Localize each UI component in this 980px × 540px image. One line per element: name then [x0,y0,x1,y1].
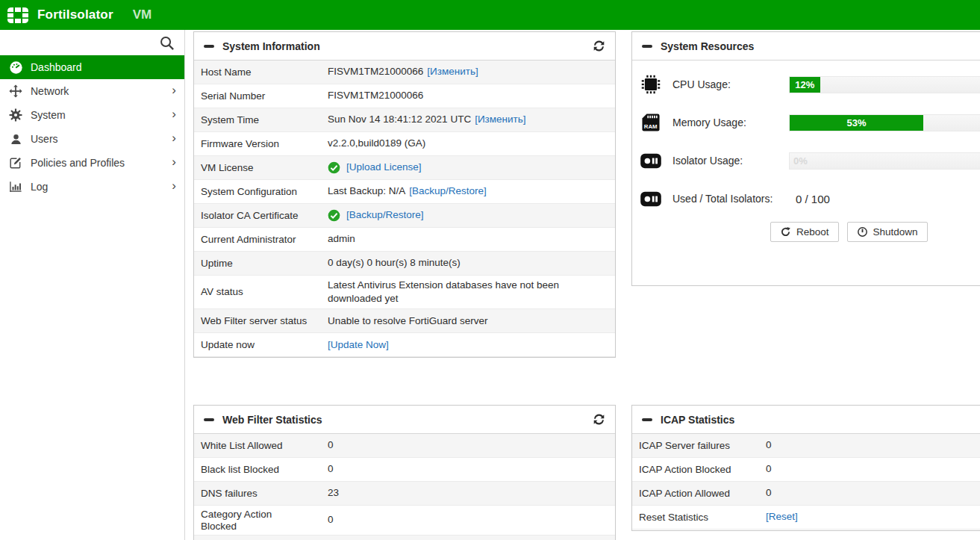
shutdown-button[interactable]: Shutdown [847,222,928,242]
table-row-clipped [194,536,615,540]
sidebar-item-label: Log [31,181,48,193]
row-value: 23 [328,486,339,500]
sidebar-item-label: Network [31,85,69,97]
sidebar-item-label: System [31,109,66,121]
refresh-icon[interactable] [593,40,605,52]
row-dns-failures: DNS failures 23 [194,482,615,506]
row-isolator-ca-certificate: Isolator CA Certificate [Backup/Restore] [194,204,615,228]
sidebar-item-label: Dashboard [31,61,82,73]
cpu-chip-icon [640,72,665,96]
row-value: 0 [328,462,334,476]
row-value: FISVM1TM21000066 [328,65,423,78]
row-value: Latest Antivirus Extension databases hav… [328,279,570,305]
cpu-usage-label: CPU Usage: [672,78,789,90]
web-filter-statistics-panel: Web Filter Statistics White List Allowed… [193,405,616,540]
icap-statistics-table: ICAP Server failures 0 ICAP Action Block… [632,434,980,530]
bar-chart-icon [7,180,24,193]
row-value: 0 [766,462,772,476]
backup-restore-link[interactable]: [Backup/Restore] [346,208,424,222]
row-white-list-allowed: White List Allowed 0 [194,434,615,458]
sidebar-search-row [0,30,184,55]
chevron-right-icon: › [172,179,176,192]
reboot-icon [780,226,791,238]
web-filter-statistics-table: White List Allowed 0 Black list Blocked … [194,434,615,540]
row-value: Last Backup: N/A [328,184,405,198]
row-value: FISVM1TM21000066 [328,89,423,102]
edit-pencil-icon [7,156,24,170]
edit-link[interactable]: [Изменить] [427,65,478,78]
collapse-icon[interactable] [204,45,214,48]
chevron-right-icon: › [172,84,176,96]
model-label: VM [133,7,152,22]
reset-link[interactable]: [Reset] [766,510,798,524]
top-bar: FortiIsolator VM [0,0,980,30]
collapse-icon[interactable] [204,418,214,421]
isolator-usage-label: Isolator Usage: [672,155,789,167]
icap-statistics-panel: ICAP Statistics ICAP Server failures 0 I… [631,405,980,531]
check-circle-icon [328,161,340,174]
row-update-now: Update now [Update Now] [194,333,615,357]
chevron-right-icon: › [172,131,176,144]
ram-icon: RAM [640,111,665,134]
row-icap-action-blocked: ICAP Action Blocked 0 [632,458,980,482]
isolator-icon [640,187,665,211]
sidebar-item-label: Policies and Profiles [31,157,125,169]
used-total-isolators-value: 0 / 100 [789,193,830,205]
sidebar-item-network[interactable]: Network › [0,79,184,103]
check-circle-icon [328,209,340,222]
svg-text:RAM: RAM [644,123,658,130]
row-icap-server-failures: ICAP Server failures 0 [632,434,980,458]
row-value: Unable to resolve FortiGuard server [328,314,488,328]
chevron-right-icon: › [172,155,176,168]
cpu-usage-bar: 12% [789,76,980,93]
sidebar-item-system[interactable]: System › [0,103,184,127]
edit-link[interactable]: [Изменить] [475,113,525,126]
gear-icon [7,108,24,122]
panel-title: ICAP Statistics [661,414,734,426]
cpu-usage-row: CPU Usage: 12% [640,70,980,99]
row-value: Sun Nov 14 18:41:12 2021 UTC [328,113,471,126]
sidebar-item-users[interactable]: Users › [0,127,184,151]
used-total-isolators-label: Used / Total Isolators: [672,193,789,205]
reboot-button[interactable]: Reboot [770,222,839,242]
row-system-configuration: System Configuration Last Backup: N/A [B… [194,180,615,204]
shutdown-button-label: Shutdown [873,226,918,238]
isolator-usage-zero-label: 0% [793,155,808,167]
used-total-isolators-row: Used / Total Isolators: 0 / 100 [640,184,980,213]
collapse-icon[interactable] [642,45,652,48]
reboot-button-label: Reboot [796,226,829,238]
row-current-administrator: Current Administrator admin [194,228,615,252]
power-buttons: Reboot Shutdown [770,222,980,242]
dashboard-icon [7,60,24,75]
panel-title: Web Filter Statistics [222,414,322,426]
sidebar-item-log[interactable]: Log › [0,175,184,199]
sidebar: Dashboard Network › [0,30,185,540]
upload-license-link[interactable]: [Upload License] [346,161,422,174]
row-uptime: Uptime 0 day(s) 0 hour(s) 8 minute(s) [194,252,615,276]
collapse-icon[interactable] [642,418,652,421]
sidebar-item-dashboard[interactable]: Dashboard [0,55,184,79]
memory-usage-bar-fill: 53% [790,115,923,131]
sidebar-item-policies-and-profiles[interactable]: Policies and Profiles › [0,151,184,175]
isolator-icon [640,149,665,173]
panel-header: System Information [194,32,615,60]
isolator-usage-row: Isolator Usage: 0% [640,146,980,175]
chevron-right-icon: › [172,108,176,120]
fortinet-logo-icon [7,7,29,24]
row-av-status: AV status Latest Antivirus Extension dat… [194,276,615,309]
row-black-list-blocked: Black list Blocked 0 [194,458,615,482]
update-now-link[interactable]: [Update Now] [328,338,389,352]
row-firmware-version: Firmware Version v2.2.0,build0189 (GA) [194,132,615,156]
panel-header: System Resources [632,32,980,60]
refresh-icon[interactable] [593,413,605,426]
power-icon [857,226,868,238]
row-web-filter-server-status: Web Filter server status Unable to resol… [194,309,615,333]
system-information-panel: System Information Host Name FISVM1TM210… [193,31,616,358]
backup-restore-link[interactable]: [Backup/Restore] [409,184,487,198]
row-host-name: Host Name FISVM1TM21000066 [Изменить] [194,60,615,84]
row-value: 0 [766,438,772,452]
row-value: v2.2.0,build0189 (GA) [328,137,425,150]
row-value: 0 day(s) 0 hour(s) 8 minute(s) [328,256,461,270]
row-value: 0 [328,513,334,527]
search-icon[interactable] [159,35,175,51]
